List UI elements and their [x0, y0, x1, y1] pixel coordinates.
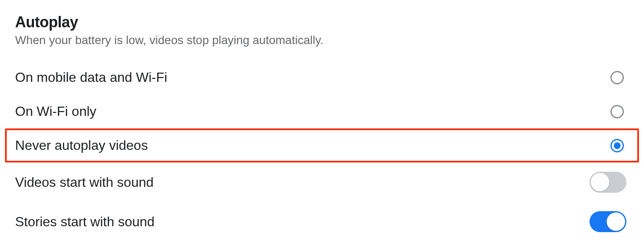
toggle-label: Videos start with sound: [15, 175, 153, 190]
option-label: Never autoplay videos: [15, 138, 148, 153]
radio-icon[interactable]: [610, 105, 624, 118]
toggle-label: Stories start with sound: [15, 214, 155, 230]
radio-icon[interactable]: [610, 71, 624, 84]
option-row-never[interactable]: Never autoplay videos: [15, 128, 629, 162]
section-subtitle: When your battery is low, videos stop pl…: [15, 34, 629, 47]
autoplay-section: Autoplay When your battery is low, video…: [15, 13, 629, 241]
toggle-row-videos-sound: Videos start with sound: [15, 162, 629, 202]
option-label: On Wi-Fi only: [15, 104, 96, 119]
section-title: Autoplay: [15, 13, 629, 31]
option-row-mobile-wifi[interactable]: On mobile data and Wi-Fi: [15, 60, 629, 94]
toggle-row-stories-sound: Stories start with sound: [15, 202, 629, 241]
toggle-stories-sound[interactable]: [589, 211, 626, 232]
toggle-videos-sound[interactable]: [589, 172, 626, 193]
radio-icon[interactable]: [610, 139, 624, 152]
option-label: On mobile data and Wi-Fi: [15, 70, 167, 85]
toggle-thumb-icon: [607, 212, 625, 231]
option-row-wifi-only[interactable]: On Wi-Fi only: [15, 94, 629, 128]
toggle-thumb-icon: [591, 173, 609, 191]
